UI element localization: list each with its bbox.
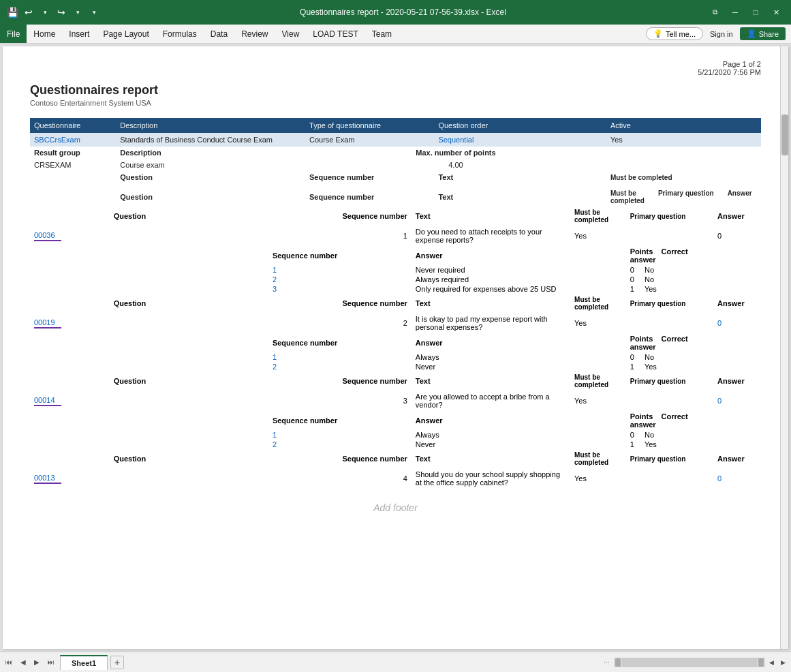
window-title: Questionnaires report - 2020-05-21 07-56… <box>101 7 705 17</box>
undo-icon[interactable]: ↩ <box>22 5 35 19</box>
q4-code: 00013 <box>34 474 61 484</box>
result-group-row: Result group Description Max. number of … <box>30 147 761 159</box>
q1-ans1: 1 Never required 0 No <box>30 265 761 275</box>
title-bar: 💾 ↩ ▾ ↪ ▾ ▾ Questionnaires report - 2020… <box>0 0 791 25</box>
q1-col-headers: Question Sequence number Text Must becom… <box>30 187 761 207</box>
q3-row: 00014 3 Are you allowed to accept a brib… <box>30 391 761 411</box>
page-content: Page 1 of 2 5/21/2020 7:56 PM Questionna… <box>3 46 788 592</box>
page-date: 5/21/2020 7:56 PM <box>30 68 761 76</box>
q-col-lbl: Question <box>110 207 268 226</box>
customize-icon[interactable]: ▾ <box>87 5 101 19</box>
sheet1-label: Sheet1 <box>72 659 96 667</box>
sign-in-button[interactable]: Sign in <box>706 29 737 40</box>
q4-id-link[interactable]: 00013 <box>34 474 55 482</box>
restore-down-btn[interactable]: ⧉ <box>705 5 724 19</box>
ribbon-right: 💡 Tell me... Sign in 👤 Share <box>646 27 791 40</box>
order-link[interactable]: Sequential <box>438 136 474 144</box>
q3-ans1: 1 Always 0 No <box>30 430 761 440</box>
redo-icon[interactable]: ↪ <box>55 5 68 19</box>
q-active: Yes <box>606 133 761 147</box>
h-scroll-left-btn[interactable] <box>615 658 621 667</box>
tab-options: ⋯ <box>601 659 612 666</box>
result-values-row: CRSEXAM Course exam 4.00 <box>30 159 761 171</box>
ribbon-menu: File Home Insert Page Layout Formulas Da… <box>0 25 791 44</box>
q2-code: 00019 <box>34 318 61 329</box>
menu-data[interactable]: Data <box>204 25 234 43</box>
q4-row: 00013 4 Should you do your school supply… <box>30 468 761 489</box>
course-exam-val: Course exam <box>116 159 305 171</box>
undo-dropdown[interactable]: ▾ <box>38 5 52 19</box>
title-bar-controls[interactable]: 💾 ↩ ▾ ↪ ▾ ▾ <box>5 5 101 19</box>
menu-page-layout[interactable]: Page Layout <box>96 25 155 43</box>
report-table: Question Sequence number Text Must be co… <box>30 207 761 489</box>
q1-a1-seq[interactable]: 1 <box>268 265 372 275</box>
vertical-scrollbar[interactable] <box>780 46 788 649</box>
q1-section-header: Question Sequence number Text Must be co… <box>30 207 761 226</box>
tab-last-btn[interactable]: ⏭ <box>45 657 57 667</box>
h-scroll-track[interactable] <box>621 658 758 667</box>
h-scrollbar[interactable] <box>614 658 765 667</box>
th-description: Description <box>116 118 305 133</box>
questionnaire-data-row: SBCCrsExam Standards of Business Conduct… <box>30 133 761 147</box>
th-active: Active <box>606 118 761 133</box>
q-order: Sequential <box>434 133 606 147</box>
max-points-val: 4.00 <box>305 159 606 171</box>
tab-next-btn[interactable]: ▶ <box>31 657 42 667</box>
h-scroll-left-arrow[interactable]: ◀ <box>766 659 777 666</box>
tab-first-btn[interactable]: ⏮ <box>3 657 15 667</box>
page-area: Page 1 of 2 5/21/2020 7:56 PM Questionna… <box>3 46 788 649</box>
max-points-label: Max. number of points <box>305 147 606 159</box>
people-icon: 👤 <box>747 29 756 38</box>
q2-section-header: Question Sequence number Text Must be co… <box>30 294 761 313</box>
q1-header-row: Question Sequence number Text Must be co… <box>30 171 761 183</box>
maximize-btn[interactable]: □ <box>746 5 765 19</box>
q2-ans1: 1 Always 0 No <box>30 352 761 362</box>
menu-formulas[interactable]: Formulas <box>156 25 204 43</box>
menu-view[interactable]: View <box>275 25 307 43</box>
menu-review[interactable]: Review <box>234 25 275 43</box>
menu-insert[interactable]: Insert <box>62 25 96 43</box>
q-type: Course Exam <box>305 133 434 147</box>
page-number: Page 1 of 2 <box>30 60 761 68</box>
q4-section-header: Question Sequence number Text Must be co… <box>30 449 761 468</box>
menu-load-test[interactable]: LOAD TEST <box>306 25 365 43</box>
add-sheet-button[interactable]: + <box>110 656 124 669</box>
q2-row: 00019 2 It is okay to pad my expense rep… <box>30 313 761 333</box>
questionnaire-link[interactable]: SBCCrsExam <box>34 136 80 144</box>
q2-id-link[interactable]: 00019 <box>34 318 55 326</box>
q4-underline <box>34 483 61 484</box>
q3-section-header: Question Sequence number Text Must be co… <box>30 371 761 391</box>
h-scroll-thumb[interactable] <box>621 658 758 667</box>
menu-home[interactable]: Home <box>27 25 62 43</box>
q1-a2-seq[interactable]: 2 <box>268 275 372 284</box>
redo-dropdown[interactable]: ▾ <box>71 5 84 19</box>
q1-ans3: 3 Only required for expenses above 25 US… <box>30 284 761 294</box>
q1-text-label: Text <box>434 171 606 183</box>
q3-id-link[interactable]: 00014 <box>34 396 55 404</box>
result-empty <box>606 147 761 159</box>
save-icon[interactable]: 💾 <box>5 5 19 19</box>
q3-code: 00014 <box>34 396 61 406</box>
close-btn[interactable]: ✕ <box>766 5 786 19</box>
h-scroll-right-arrow[interactable]: ▶ <box>778 659 788 666</box>
th-order: Question order <box>434 118 606 133</box>
tab-prev-btn[interactable]: ◀ <box>18 657 29 667</box>
share-button[interactable]: 👤 Share <box>740 27 786 40</box>
q1-underline <box>34 240 61 241</box>
menu-team[interactable]: Team <box>365 25 399 43</box>
footer-placeholder[interactable]: Add footer <box>30 489 761 520</box>
sheet1-tab[interactable]: Sheet1 <box>60 655 108 670</box>
menu-file[interactable]: File <box>0 25 27 43</box>
q3-ans2: 2 Never 1 Yes <box>30 440 761 449</box>
minimize-btn[interactable]: ─ <box>726 5 745 19</box>
h-scroll-right-btn[interactable] <box>758 658 764 667</box>
q1-seqnum-label: Sequence number <box>305 171 434 183</box>
q1-a3-seq[interactable]: 3 <box>268 284 372 294</box>
scrollbar-thumb[interactable] <box>781 114 788 155</box>
th-type: Type of questionnaire <box>305 118 434 133</box>
main-table: Questionnaire Description Type of questi… <box>30 118 761 207</box>
window-controls[interactable]: ⧉ ─ □ ✕ <box>705 5 786 19</box>
result-group-label: Result group <box>30 147 116 159</box>
tell-me-button[interactable]: 💡 Tell me... <box>646 27 703 40</box>
q1-id-link[interactable]: 00036 <box>34 231 55 239</box>
